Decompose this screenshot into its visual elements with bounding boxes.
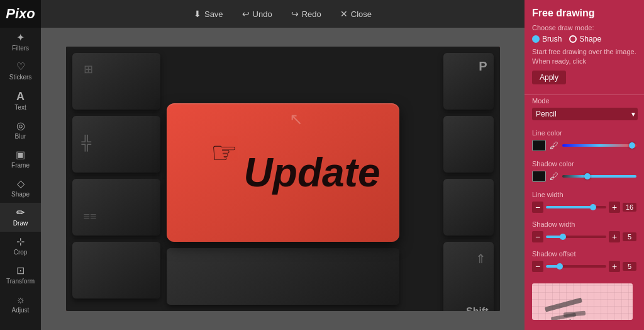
filters-icon: ✦ (16, 33, 25, 43)
mode-select[interactable]: Pencil Marker Spray Eraser (532, 108, 638, 120)
sidebar-item-stickers[interactable]: ♡ Stickers (0, 57, 41, 86)
line-width-row: − + 16 (532, 202, 636, 213)
close-icon: ✕ (340, 9, 348, 19)
shadow-offset-slider[interactable] (546, 265, 606, 268)
shadow-color-label: Shadow color (532, 160, 636, 168)
shadow-width-value: 5 (623, 232, 636, 241)
canvas-image: ╬ P Shift ⇑ Update ☞ ↖ ⊞ ≡≡ (66, 47, 500, 311)
panel-title: Free drawing (525, 0, 644, 24)
redo-icon: ↪ (291, 9, 299, 19)
sidebar-item-transform[interactable]: ⊡ Transform (0, 261, 41, 290)
sidebar-item-adjust[interactable]: ☼ Adjust (0, 290, 41, 319)
draw-mode-section: Choose draw mode: Brush Shape Start free… (525, 24, 644, 92)
shadow-width-slider[interactable] (546, 236, 606, 238)
mode-label: Mode (532, 97, 636, 105)
stickers-icon: ♡ (16, 62, 25, 72)
line-color-swatch[interactable] (532, 140, 546, 151)
brush-radio-dot (532, 35, 540, 43)
frame-icon: ▣ (16, 150, 25, 160)
sidebar-item-shape[interactable]: ◇ Shape (0, 174, 41, 203)
main-area: ⬇ Save ↩ Undo ↪ Redo ✕ Close ╬ P (41, 0, 525, 330)
close-button[interactable]: ✕ Close (340, 9, 372, 19)
brush-radio[interactable]: Brush (532, 35, 562, 43)
line-width-slider[interactable] (546, 206, 606, 208)
shape-radio[interactable]: Shape (569, 35, 601, 43)
shadow-color-section: Shadow color 🖋 (525, 160, 644, 191)
line-width-value: 16 (623, 203, 636, 212)
line-color-row: 🖋 (532, 140, 636, 151)
sidebar: Pixo ✦ Filters ♡ Stickers A Text ◎ Blur … (0, 0, 41, 330)
line-color-thumb (629, 142, 635, 149)
shadow-color-eyedropper-icon[interactable]: 🖋 (550, 171, 558, 181)
line-width-section: Line width − + 16 (525, 191, 644, 220)
canvas-area[interactable]: ╬ P Shift ⇑ Update ☞ ↖ ⊞ ≡≡ (41, 28, 525, 330)
mode-section: Mode Pencil Marker Spray Eraser ▼ (525, 97, 644, 129)
shadow-offset-section: Shadow offset − + 5 (525, 250, 644, 280)
right-panel: Free drawing Choose draw mode: Brush Sha… (525, 0, 644, 330)
sidebar-item-blur[interactable]: ◎ Blur (0, 116, 41, 145)
shadow-width-row: − + 5 (532, 231, 636, 242)
draw-icon: ✏ (16, 208, 25, 218)
shape-icon: ◇ (17, 179, 25, 189)
shadow-offset-label: Shadow offset (532, 250, 636, 258)
shadow-width-plus[interactable]: + (609, 231, 620, 242)
instruction-text: Start free drawing over the image. When … (532, 47, 636, 67)
sidebar-item-text[interactable]: A Text (0, 86, 41, 116)
shadow-color-swatch[interactable] (532, 171, 546, 182)
sidebar-item-crop[interactable]: ⊹ Crop (0, 232, 41, 261)
apply-button[interactable]: Apply (532, 71, 566, 84)
shadow-offset-thumb (557, 263, 563, 270)
draw-mode-label: Choose draw mode: (532, 24, 636, 31)
adjust-icon: ☼ (16, 295, 25, 305)
line-width-minus[interactable]: − (532, 202, 543, 213)
line-width-thumb (590, 204, 596, 210)
line-width-label: Line width (532, 191, 636, 198)
shadow-color-row: 🖋 (532, 171, 636, 182)
shadow-width-minus[interactable]: − (532, 231, 543, 242)
line-color-slider[interactable] (562, 144, 636, 147)
draw-mode-radio-group: Brush Shape (532, 35, 636, 43)
shadow-offset-plus[interactable]: + (609, 261, 620, 272)
line-color-label: Line color (532, 129, 636, 137)
transform-icon: ⊡ (16, 266, 25, 276)
mode-select-container: Pencil Marker Spray Eraser ▼ (532, 108, 636, 120)
shadow-color-slider[interactable] (562, 175, 636, 178)
line-color-section: Line color 🖋 (525, 129, 644, 160)
redo-button[interactable]: ↪ Redo (291, 9, 321, 19)
text-icon: A (16, 91, 25, 102)
undo-icon: ↩ (242, 9, 250, 19)
blur-icon: ◎ (16, 121, 25, 131)
undo-button[interactable]: ↩ Undo (242, 9, 272, 19)
sidebar-item-filters[interactable]: ✦ Filters (0, 28, 41, 57)
line-width-plus[interactable]: + (609, 202, 620, 213)
shape-radio-dot (569, 35, 577, 43)
shadow-width-thumb (560, 234, 566, 240)
shadow-width-section: Shadow width − + 5 (525, 220, 644, 250)
save-button[interactable]: ⬇ Save (194, 9, 223, 19)
line-color-eyedropper-icon[interactable]: 🖋 (550, 140, 558, 151)
shadow-offset-row: − + 5 (532, 261, 636, 272)
top-bar: ⬇ Save ↩ Undo ↪ Redo ✕ Close (41, 0, 525, 28)
save-icon: ⬇ (194, 9, 201, 19)
crop-icon: ⊹ (16, 237, 25, 247)
divider-1 (525, 94, 644, 95)
preview-box (532, 283, 633, 320)
shadow-width-label: Shadow width (532, 220, 636, 228)
shadow-offset-value: 5 (623, 262, 636, 271)
sidebar-item-frame[interactable]: ▣ Frame (0, 145, 41, 174)
shadow-offset-minus[interactable]: − (532, 261, 543, 272)
shadow-color-thumb (584, 173, 591, 179)
app-logo: Pixo (0, 0, 41, 28)
sidebar-item-draw[interactable]: ✏ Draw (0, 203, 41, 232)
